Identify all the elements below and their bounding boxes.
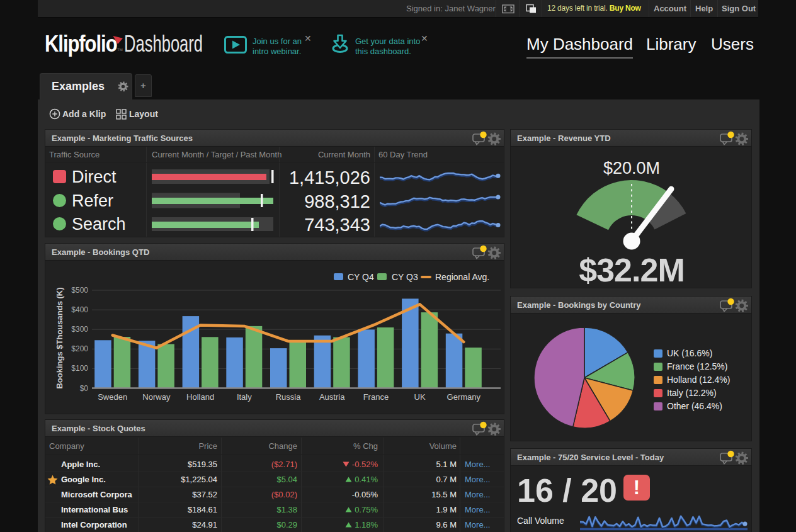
svg-text:France: France: [363, 392, 389, 402]
svg-text:Italy: Italy: [237, 392, 252, 402]
svg-text:$0: $0: [80, 384, 89, 393]
svg-text:$500: $500: [71, 286, 88, 295]
svg-text:$400: $400: [71, 305, 88, 314]
svg-text:Norway: Norway: [142, 392, 171, 402]
svg-text:TM: TM: [117, 48, 123, 52]
svg-text:$200: $200: [71, 344, 88, 353]
svg-text:Holland: Holland: [186, 392, 214, 402]
svg-text:UK: UK: [414, 392, 426, 402]
svg-text:Sweden: Sweden: [98, 392, 127, 402]
svg-text:Germany: Germany: [447, 392, 481, 402]
svg-text:Austria: Austria: [319, 392, 345, 402]
svg-text:Russia: Russia: [276, 392, 302, 402]
svg-text:$300: $300: [71, 325, 88, 334]
svg-text:$100: $100: [71, 364, 88, 373]
